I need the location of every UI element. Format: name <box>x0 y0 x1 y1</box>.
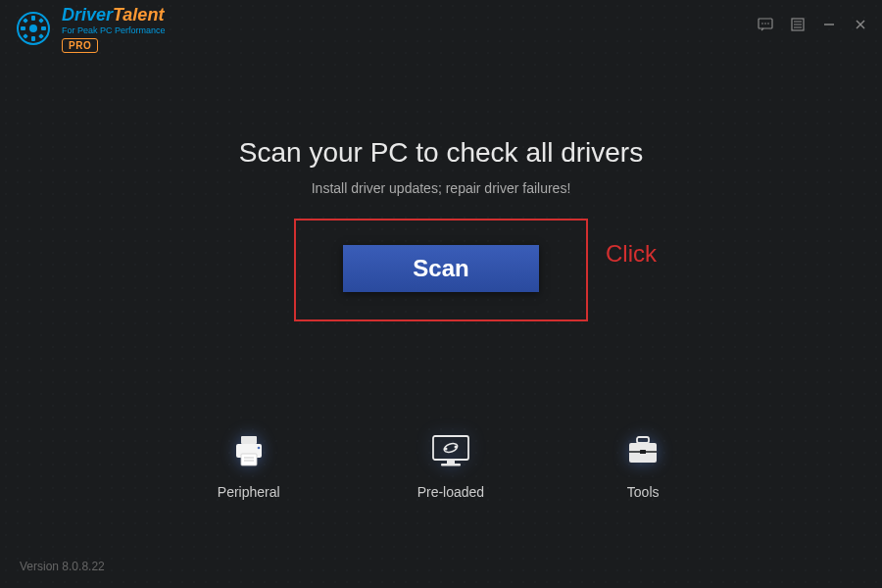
svg-rect-2 <box>31 16 35 21</box>
nav-tools-label: Tools <box>627 484 660 500</box>
nav-peripheral-label: Peripheral <box>218 484 280 500</box>
window-controls <box>758 18 867 31</box>
pro-badge: PRO <box>62 38 98 53</box>
svg-rect-4 <box>21 26 25 30</box>
monitor-icon <box>429 429 472 472</box>
svg-point-13 <box>767 23 769 24</box>
svg-rect-6 <box>23 18 28 24</box>
bottom-nav: Peripheral Pre-loaded Tools <box>0 429 882 500</box>
app-title: DriverTalent <box>62 5 166 25</box>
annotation-click-label: Click <box>606 240 657 268</box>
svg-rect-29 <box>441 464 461 466</box>
version-label: Version 8.0.8.22 <box>20 560 105 573</box>
svg-rect-9 <box>38 33 44 39</box>
svg-point-32 <box>454 446 457 449</box>
svg-point-31 <box>444 448 447 451</box>
minimize-icon[interactable] <box>822 18 836 31</box>
svg-rect-7 <box>38 18 44 24</box>
svg-rect-36 <box>640 450 646 454</box>
nav-preloaded-label: Pre-loaded <box>417 484 485 500</box>
page-heading: Scan your PC to check all drivers <box>0 137 882 169</box>
feedback-icon[interactable] <box>758 18 773 31</box>
scan-button[interactable]: Scan <box>343 245 539 292</box>
svg-rect-5 <box>41 26 46 30</box>
toolbox-icon <box>621 429 664 472</box>
svg-rect-8 <box>23 33 28 39</box>
svg-rect-21 <box>241 436 257 444</box>
nav-preloaded[interactable]: Pre-loaded <box>417 429 485 500</box>
logo-text: DriverTalent For Peak PC Performance PRO <box>62 5 166 53</box>
svg-point-23 <box>257 447 260 450</box>
svg-point-11 <box>761 23 763 24</box>
title-part1: Driver <box>62 5 113 24</box>
menu-icon[interactable] <box>791 18 805 31</box>
background-pattern <box>0 0 882 588</box>
svg-rect-28 <box>447 460 455 464</box>
close-icon[interactable] <box>854 18 867 31</box>
nav-peripheral[interactable]: Peripheral <box>218 429 280 500</box>
svg-point-12 <box>764 23 766 24</box>
svg-rect-24 <box>241 454 257 466</box>
main-content: Scan your PC to check all drivers Instal… <box>0 137 882 225</box>
titlebar: DriverTalent For Peak PC Performance PRO <box>0 0 882 49</box>
nav-tools[interactable]: Tools <box>621 429 664 500</box>
page-subheading: Install driver updates; repair driver fa… <box>0 180 882 196</box>
svg-rect-27 <box>433 436 468 460</box>
gear-logo-icon <box>15 10 52 47</box>
svg-point-1 <box>29 24 37 32</box>
logo: DriverTalent For Peak PC Performance PRO <box>15 0 166 53</box>
app-subtitle: For Peak PC Performance <box>62 25 166 35</box>
svg-rect-33 <box>637 437 649 443</box>
svg-rect-3 <box>31 36 35 41</box>
printer-icon <box>227 429 270 472</box>
title-part2: Talent <box>113 5 164 24</box>
